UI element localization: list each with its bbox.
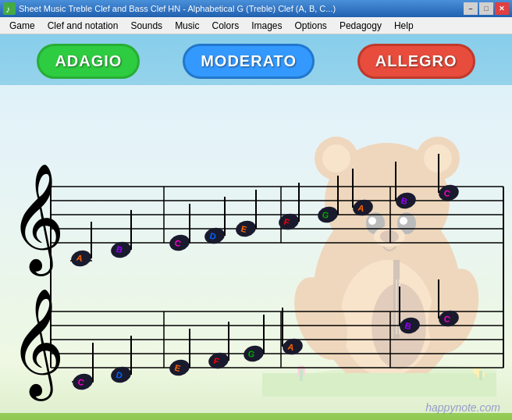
window-title: Sheet Music Treble Clef and Bass Clef HN… (19, 4, 464, 13)
maximize-button[interactable]: □ (479, 2, 493, 15)
menu-colors[interactable]: Colors (205, 19, 245, 33)
menu-images[interactable]: Images (245, 19, 288, 33)
svg-text:♪: ♪ (5, 4, 10, 15)
menu-pedagogy[interactable]: Pedagogy (333, 19, 388, 33)
tempo-labels: ADAGIO MODERATO ALLEGRO (0, 44, 512, 79)
minimize-button[interactable]: – (464, 2, 478, 15)
menu-sounds[interactable]: Sounds (124, 19, 169, 33)
menu-bar: Game Clef and notation Sounds Music Colo… (0, 17, 512, 34)
tempo-adagio-button[interactable]: ADAGIO (37, 44, 140, 79)
watermark: happynote.com (425, 401, 500, 414)
close-button[interactable]: ✕ (495, 2, 509, 15)
svg-text:𝄞: 𝄞 (9, 165, 65, 276)
title-bar: ♪ Sheet Music Treble Clef and Bass Clef … (0, 0, 512, 17)
tempo-allegro-button[interactable]: ALLEGRO (357, 44, 475, 79)
window-controls: – □ ✕ (464, 2, 509, 15)
sheet-music: 𝄞 A B C D E (0, 85, 512, 413)
svg-rect-31 (0, 85, 512, 413)
menu-music[interactable]: Music (169, 19, 205, 33)
menu-help[interactable]: Help (388, 19, 420, 33)
menu-options[interactable]: Options (289, 19, 333, 33)
menu-clef[interactable]: Clef and notation (41, 19, 125, 33)
tempo-moderato-button[interactable]: MODERATO (183, 44, 315, 79)
app-icon: ♪ (3, 2, 16, 15)
main-content: ADAGIO MODERATO ALLEGRO 𝄞 A (0, 34, 512, 420)
svg-text:𝄞: 𝄞 (9, 290, 65, 401)
menu-game[interactable]: Game (3, 19, 41, 33)
